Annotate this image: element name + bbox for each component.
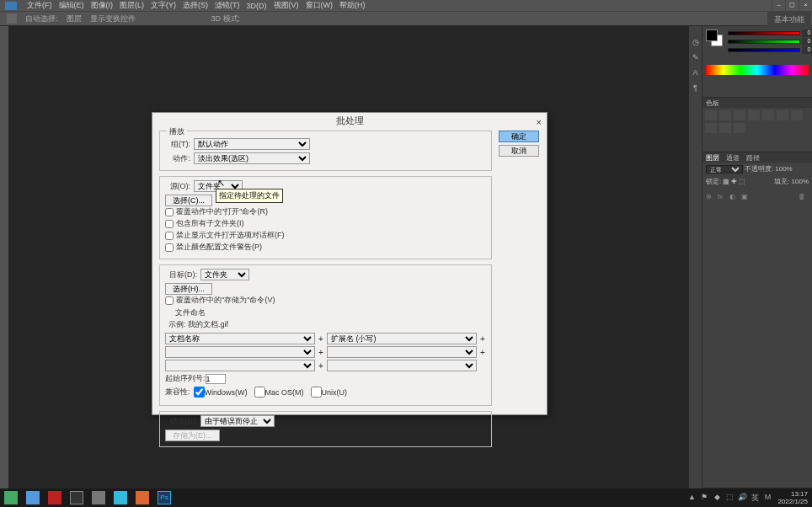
compat-unix-checkbox[interactable] xyxy=(311,387,322,398)
brush-icon[interactable]: ✎ xyxy=(691,53,701,63)
task-icon-photoshop[interactable]: Ps xyxy=(153,489,175,506)
dialog-close-button[interactable]: × xyxy=(537,115,542,131)
layer-btn-icon[interactable]: ▣ xyxy=(741,193,751,201)
action-select[interactable]: 淡出效果(选区) xyxy=(194,152,310,164)
color-swatches[interactable] xyxy=(706,29,721,45)
name-token-4[interactable] xyxy=(327,346,477,358)
lock-icon[interactable]: ▦ xyxy=(723,178,729,185)
choose-source-button[interactable]: 选择(C)... xyxy=(165,195,212,206)
history-icon[interactable]: ◷ xyxy=(691,38,701,48)
prop-icon[interactable] xyxy=(748,110,760,120)
tray-icon[interactable]: ◆ xyxy=(712,493,722,503)
task-icon-6[interactable] xyxy=(110,489,131,506)
para-icon[interactable]: ¶ xyxy=(691,83,701,93)
compat-mac-checkbox[interactable] xyxy=(254,387,265,398)
prop-icon[interactable] xyxy=(762,110,774,120)
tooltip: 指定待处理的文件 xyxy=(216,189,283,203)
override-open-checkbox[interactable] xyxy=(165,208,174,216)
menu-help[interactable]: 帮助(H) xyxy=(339,0,366,11)
menu-image[interactable]: 图像(I) xyxy=(91,0,114,11)
task-icon-1[interactable] xyxy=(0,489,22,506)
lock-label: 锁定: xyxy=(706,177,721,186)
tab-channels[interactable]: 通道 xyxy=(726,153,740,163)
include-subfolders-label: 包含所有子文件夹(I) xyxy=(176,218,244,229)
tray-network-icon[interactable]: ⬚ xyxy=(724,493,735,503)
task-icon-5[interactable] xyxy=(88,489,110,506)
tab-layers[interactable]: 图层 xyxy=(706,153,719,163)
menu-edit[interactable]: 编辑(E) xyxy=(59,0,84,11)
layer-btn-icon[interactable]: fx xyxy=(718,193,728,201)
prop-icon[interactable] xyxy=(734,110,745,120)
close-button[interactable]: × xyxy=(799,0,812,11)
override-open-label: 覆盖动作中的"打开"命令(R) xyxy=(176,206,268,217)
suppress-open-checkbox[interactable] xyxy=(165,232,174,240)
properties-tab[interactable]: 色板 xyxy=(706,99,719,108)
tray-sound-icon[interactable]: 🔊 xyxy=(737,493,747,503)
name-token-2[interactable]: 扩展名 (小写) xyxy=(327,333,477,344)
tab-paths[interactable]: 路径 xyxy=(746,153,760,163)
tray-ime-icon[interactable]: M xyxy=(762,493,772,503)
tools-panel[interactable] xyxy=(0,26,8,488)
layer-btn-icon[interactable]: ◐ xyxy=(729,193,740,201)
r-slider[interactable]: 0 xyxy=(728,31,800,38)
prop-icon[interactable] xyxy=(719,123,731,133)
compat-mac-label: Mac OS(M) xyxy=(265,388,304,397)
ok-button[interactable]: 确定 xyxy=(499,131,539,142)
prop-icon[interactable] xyxy=(777,110,788,120)
prop-icon[interactable] xyxy=(791,110,803,120)
menu-3d[interactable]: 3D(D) xyxy=(247,2,267,10)
menu-type[interactable]: 文字(Y) xyxy=(151,0,176,11)
dialog-title: 批处理 × xyxy=(152,113,547,129)
b-slider[interactable]: 0 xyxy=(728,48,800,55)
hue-strip[interactable] xyxy=(706,65,809,75)
option-label[interactable]: 图层 xyxy=(67,13,82,24)
dest-select[interactable]: 文件夹 xyxy=(200,269,249,280)
layer-btn-icon[interactable]: 🗑 xyxy=(799,193,809,201)
menu-file[interactable]: 文件(F) xyxy=(27,0,52,11)
menu-view[interactable]: 视图(V) xyxy=(274,0,299,11)
save-as-button[interactable]: 存储为(E)... xyxy=(165,430,220,441)
option-label[interactable]: 显示变换控件 xyxy=(90,13,136,24)
minimize-button[interactable]: – xyxy=(772,0,785,11)
lock-icon[interactable]: ✚ xyxy=(731,178,737,185)
menu-filter[interactable]: 滤镜(T) xyxy=(215,0,240,11)
foreground-color[interactable] xyxy=(706,29,718,41)
group-select[interactable]: 默认动作 xyxy=(194,138,310,150)
name-token-3[interactable] xyxy=(165,346,315,358)
tray-up-icon[interactable]: ▲ xyxy=(686,493,697,503)
task-icon-ppt[interactable] xyxy=(131,489,153,506)
prop-icon[interactable] xyxy=(705,123,717,133)
name-token-6[interactable] xyxy=(327,360,477,371)
cancel-button[interactable]: 取消 xyxy=(499,145,539,157)
lock-icon[interactable]: ⬚ xyxy=(739,178,745,185)
name-token-1[interactable]: 文档名称 xyxy=(165,333,315,344)
task-icon-terminal[interactable] xyxy=(66,489,88,506)
char-icon[interactable]: A xyxy=(691,68,701,78)
menu-window[interactable]: 窗口(W) xyxy=(306,0,334,11)
name-token-5[interactable] xyxy=(165,360,315,371)
task-icon-pdf[interactable] xyxy=(44,489,66,506)
prop-icon[interactable] xyxy=(705,110,717,120)
clock[interactable]: 13:17 2022/1/25 xyxy=(775,490,810,505)
suppress-color-checkbox[interactable] xyxy=(165,243,174,252)
prop-icon[interactable] xyxy=(719,110,731,120)
group-label: 组(T): xyxy=(165,139,190,150)
tray-icon[interactable]: ⚑ xyxy=(699,493,709,503)
task-icon-explorer[interactable] xyxy=(22,489,44,506)
maximize-button[interactable]: ◻ xyxy=(785,0,799,11)
g-slider[interactable]: 0 xyxy=(728,40,800,46)
fill-value[interactable]: 100% xyxy=(792,178,809,185)
include-subfolders-checkbox[interactable] xyxy=(165,220,174,228)
blend-mode[interactable]: 正常 xyxy=(706,165,743,173)
opacity-value[interactable]: 100% xyxy=(775,165,792,173)
override-save-checkbox[interactable] xyxy=(165,296,174,305)
prop-icon[interactable] xyxy=(734,123,745,133)
menu-select[interactable]: 选择(S) xyxy=(183,0,208,11)
menu-layer[interactable]: 图层(L) xyxy=(120,0,144,11)
serial-input[interactable] xyxy=(206,374,226,384)
compat-windows-checkbox[interactable] xyxy=(194,387,205,398)
errors-select[interactable]: 由于错误而停止 xyxy=(200,415,275,427)
layer-btn-icon[interactable]: ⊕ xyxy=(706,193,716,201)
tray-ime-icon[interactable]: 英 xyxy=(750,493,760,503)
choose-dest-button[interactable]: 选择(H)... xyxy=(165,283,212,295)
